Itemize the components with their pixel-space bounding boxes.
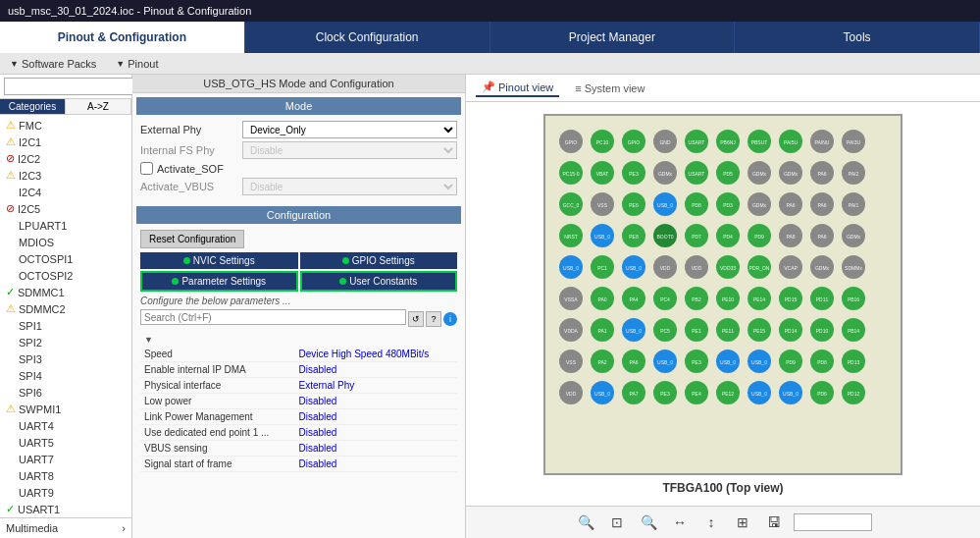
svg-text:VSS: VSS <box>566 359 577 365</box>
svg-text:GDMx: GDMx <box>815 265 830 271</box>
cat-item-uart4[interactable]: ⚠UART4 <box>0 417 131 434</box>
cat-item-spi1[interactable]: ⚠SPI1 <box>0 317 131 334</box>
cat-item-octospi2[interactable]: ⚠OCTOSPI2 <box>0 267 131 284</box>
svg-text:PD14: PD14 <box>785 328 798 334</box>
internal-fs-phy-select[interactable]: Disable <box>242 141 457 159</box>
mode-section-header: Mode <box>136 97 461 115</box>
grid-icon[interactable]: ⊞ <box>731 511 754 534</box>
help-icon[interactable]: ? <box>426 311 441 327</box>
nvic-settings-button[interactable]: NVIC Settings <box>140 252 298 269</box>
svg-text:PC4: PC4 <box>660 296 670 302</box>
cat-item-spi2[interactable]: ⚠SPI2 <box>0 334 131 350</box>
cat-item-i2c5[interactable]: ⊘I2C5 <box>0 200 131 217</box>
svg-text:PA6: PA6 <box>817 202 826 208</box>
zoom-out-icon[interactable]: 🔍 <box>574 511 597 534</box>
pinout-view-tab[interactable]: 📌 Pinout view <box>476 79 559 97</box>
external-phy-select[interactable]: Device_Only <box>242 121 457 138</box>
cat-item-swpmi1[interactable]: ⚠SWPMI1 <box>0 401 131 417</box>
svg-text:PDR_ON: PDR_ON <box>749 265 770 271</box>
cat-item-sdmmc2[interactable]: ⚠SDMMC2 <box>0 300 131 317</box>
sub-nav-software-packs[interactable]: ▼ Software Packs <box>10 58 96 70</box>
export-icon[interactable]: 🖫 <box>762 511 786 534</box>
tab-categories[interactable]: Categories <box>0 99 66 114</box>
tab-project-manager[interactable]: Project Manager <box>490 22 736 53</box>
sub-nav-pinout[interactable]: ▼ Pinout <box>116 58 158 70</box>
cat-item-uart5[interactable]: ⚠UART5 <box>0 434 131 451</box>
cat-item-spi3[interactable]: ⚠SPI3 <box>0 350 131 367</box>
svg-text:VDD: VDD <box>660 265 671 271</box>
main-nav: Pinout & Configuration Clock Configurati… <box>0 22 980 53</box>
svg-text:NRST: NRST <box>564 234 578 240</box>
mode-section: External Phy Device_Only Internal FS Phy… <box>132 117 465 202</box>
cat-item-fmc[interactable]: ⚠FMC <box>0 117 131 134</box>
tab-tools[interactable]: Tools <box>735 22 980 53</box>
cat-item-i2c3[interactable]: ⚠I2C3 <box>0 167 131 184</box>
activate-vbus-label: Activate_VBUS <box>140 181 238 192</box>
user-dot <box>339 278 346 285</box>
cat-item-lpuart1[interactable]: ⚠LPUART1 <box>0 217 131 234</box>
middle-panel: USB_OTG_HS Mode and Configuration Mode E… <box>132 75 466 538</box>
svg-text:PAI3U: PAI3U <box>847 139 860 145</box>
fit-view-icon[interactable]: ⊡ <box>605 511 629 534</box>
svg-text:USB_0: USB_0 <box>783 391 799 397</box>
cat-item-spi4[interactable]: ⚠SPI4 <box>0 367 131 384</box>
chevron-icon: ▼ <box>116 59 125 69</box>
cat-item-spi6[interactable]: ⚠SPI6 <box>0 384 131 401</box>
info-button[interactable]: i <box>443 312 457 326</box>
activate-sof-checkbox[interactable] <box>140 162 153 175</box>
tab-clock-config[interactable]: Clock Configuration <box>245 22 490 53</box>
param-settings-button[interactable]: Parameter Settings <box>140 271 298 292</box>
zoom-in-icon[interactable]: 🔍 <box>637 511 660 534</box>
svg-text:SDMMx: SDMMx <box>845 265 862 271</box>
configure-label: Configure the below parameters ... <box>140 296 457 306</box>
cat-item-i2c2[interactable]: ⊘I2C2 <box>0 150 131 167</box>
gpio-settings-button[interactable]: GPIO Settings <box>300 252 458 269</box>
table-row: Low powerDisabled <box>140 394 457 409</box>
sub-nav: ▼ Software Packs ▼ Pinout <box>0 53 980 75</box>
cat-item-i2c4[interactable]: ⚠I2C4 <box>0 184 131 200</box>
search-input[interactable] <box>4 78 136 95</box>
svg-text:PA6: PA6 <box>629 359 638 365</box>
bottom-toolbar: 🔍 ⊡ 🔍 ↔ ↕ ⊞ 🖫 <box>466 506 980 538</box>
external-phy-label: External Phy <box>140 124 238 135</box>
cat-item-mdios[interactable]: ⚠MDIOS <box>0 234 131 250</box>
toolbar-search-input[interactable] <box>794 513 872 531</box>
cat-item-uart7[interactable]: ⚠UART7 <box>0 451 131 467</box>
tab-pinout-config[interactable]: Pinout & Configuration <box>0 22 245 53</box>
cat-item-usart1[interactable]: ✓USART1 <box>0 501 131 517</box>
svg-text:VDDA: VDDA <box>564 328 579 334</box>
collapse-icon[interactable]: ▼ <box>140 333 457 347</box>
pan-h-icon[interactable]: ↔ <box>668 511 692 534</box>
svg-text:PB16: PB16 <box>848 296 859 302</box>
svg-text:PE4: PE4 <box>692 391 701 397</box>
svg-text:VDD33: VDD33 <box>720 265 736 271</box>
svg-text:PE3: PE3 <box>629 171 639 177</box>
pinout-icon: 📌 <box>482 81 495 93</box>
svg-text:PB6NJ: PB6NJ <box>720 139 736 145</box>
svg-text:PD8: PD8 <box>692 202 701 208</box>
cat-item-octospi1[interactable]: ⚠OCTOSPI1 <box>0 250 131 267</box>
user-constants-button[interactable]: User Constants <box>300 271 458 292</box>
internal-fs-phy-label: Internal FS Phy <box>140 144 238 156</box>
svg-text:VSS: VSS <box>597 202 608 208</box>
pan-v-icon[interactable]: ↕ <box>699 511 723 534</box>
chevron-icon: ▼ <box>10 59 19 69</box>
refresh-icon[interactable]: ↺ <box>408 311 424 327</box>
reset-config-button[interactable]: Reset Configuration <box>140 230 244 248</box>
cat-item-sdmmc1[interactable]: ✓SDMMC1 <box>0 284 131 300</box>
svg-text:PE10: PE10 <box>722 296 734 302</box>
cat-item-uart9[interactable]: ⚠UART9 <box>0 484 131 501</box>
svg-text:PD7: PD7 <box>692 234 701 240</box>
system-view-tab[interactable]: ≡ System view <box>569 81 650 96</box>
cat-item-i2c1[interactable]: ⚠I2C1 <box>0 134 131 150</box>
svg-text:GPIO: GPIO <box>565 139 578 145</box>
search-params-input[interactable] <box>140 309 406 325</box>
svg-text:GND: GND <box>659 139 671 145</box>
bottom-nav-multimedia[interactable]: Multimedia › <box>0 517 131 538</box>
activate-vbus-row: Activate_VBUS Disable <box>140 178 457 195</box>
chip-label: TFBGA100 (Top view) <box>662 481 783 495</box>
activate-vbus-select[interactable]: Disable <box>242 178 457 195</box>
svg-text:VDD: VDD <box>566 391 577 397</box>
tab-az[interactable]: A->Z <box>66 99 131 114</box>
cat-item-uart8[interactable]: ⚠UART8 <box>0 467 131 484</box>
